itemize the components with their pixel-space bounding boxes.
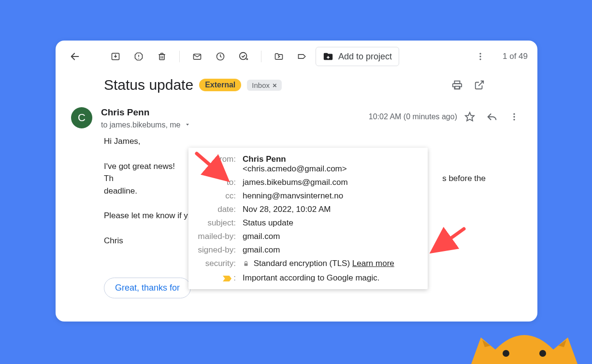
svg-point-35 xyxy=(503,350,509,357)
annotation-arrow xyxy=(191,148,239,191)
svg-line-34 xyxy=(435,229,464,250)
message-more-icon[interactable] xyxy=(505,107,524,126)
report-spam-icon[interactable] xyxy=(129,47,148,66)
popup-security: Standard encryption (TLS) xyxy=(254,259,352,268)
email-card: Add to project 1 of 49 Status update Ext… xyxy=(56,41,537,322)
svg-point-36 xyxy=(539,350,546,357)
svg-point-17 xyxy=(479,53,481,55)
star-icon[interactable] xyxy=(460,107,479,126)
print-icon[interactable] xyxy=(448,75,467,95)
subject-row: Status update External Inbox × xyxy=(56,72,537,98)
svg-rect-28 xyxy=(245,263,248,266)
show-details-toggle[interactable] xyxy=(184,120,191,130)
timestamp: 10:02 AM (0 minutes ago) xyxy=(369,112,457,121)
back-icon[interactable] xyxy=(65,47,85,66)
delete-icon[interactable] xyxy=(152,47,172,66)
inbox-chip-remove[interactable]: × xyxy=(273,81,277,89)
more-icon[interactable] xyxy=(471,47,490,66)
recipients-line: to james.bikebums, me xyxy=(101,120,360,130)
subject-text: Status update xyxy=(104,77,193,93)
popup-to: james.bikebums@gmail.com xyxy=(243,178,421,187)
inbox-chip[interactable]: Inbox × xyxy=(247,80,281,91)
inbox-chip-label: Inbox xyxy=(252,81,270,89)
svg-line-32 xyxy=(197,154,225,178)
recipients-text: to james.bikebums, me xyxy=(101,121,181,129)
svg-marker-23 xyxy=(186,124,189,126)
move-to-icon[interactable] xyxy=(269,47,289,66)
body-line: Hi James, xyxy=(104,135,489,148)
svg-point-18 xyxy=(479,56,481,57)
avatar[interactable]: C xyxy=(71,107,92,128)
snooze-icon[interactable] xyxy=(211,47,230,66)
popup-important: Important according to Google magic. xyxy=(243,273,421,283)
annotation-arrow xyxy=(425,223,474,262)
svg-point-5 xyxy=(138,58,139,59)
open-new-window-icon[interactable] xyxy=(470,75,489,95)
popup-cc: henning@manvsinternet.no xyxy=(243,191,421,201)
lock-icon xyxy=(243,260,249,269)
svg-point-12 xyxy=(240,53,247,60)
add-to-project-label: Add to project xyxy=(338,52,392,62)
popup-label-cc: cc: xyxy=(195,191,236,201)
popup-from-email: <chris.acmedo@gmail.com> xyxy=(243,164,347,173)
popup-label-date: date: xyxy=(195,205,236,214)
cat-mascot xyxy=(462,311,587,364)
divider xyxy=(261,51,261,62)
add-task-icon[interactable] xyxy=(234,47,253,66)
svg-point-25 xyxy=(513,113,515,115)
svg-marker-24 xyxy=(465,112,474,121)
page-counter: 1 of 49 xyxy=(503,52,528,61)
learn-more-link[interactable]: Learn more xyxy=(352,259,394,268)
popup-subject: Status update xyxy=(243,218,421,228)
reply-icon[interactable] xyxy=(482,107,502,126)
popup-label-signedby: signed-by: xyxy=(195,245,236,255)
popup-date: Nov 28, 2022, 10:02 AM xyxy=(243,205,421,214)
add-to-project-button[interactable]: Add to project xyxy=(316,47,399,66)
archive-icon[interactable] xyxy=(106,47,125,66)
svg-point-27 xyxy=(513,119,515,120)
popup-label-security: security: xyxy=(195,259,236,268)
labels-icon[interactable] xyxy=(292,47,312,66)
mark-unread-icon[interactable] xyxy=(188,47,207,66)
external-chip: External xyxy=(199,79,241,91)
sender-block: C Chris Penn to james.bikebums, me 10:02… xyxy=(56,98,537,130)
sender-name: Chris Penn xyxy=(101,107,360,118)
popup-signedby: gmail.com xyxy=(243,245,421,255)
svg-rect-21 xyxy=(455,86,459,89)
svg-line-22 xyxy=(478,81,483,86)
svg-rect-6 xyxy=(159,55,164,60)
svg-point-19 xyxy=(479,58,481,60)
popup-label-subject: subject: xyxy=(195,218,236,228)
popup-from-name: Chris Penn xyxy=(243,154,286,164)
popup-label-mailedby: mailed-by: xyxy=(195,232,236,241)
divider xyxy=(179,51,180,62)
toolbar: Add to project 1 of 49 xyxy=(56,41,537,72)
popup-mailedby: gmail.com xyxy=(243,232,421,241)
smart-reply-chip[interactable]: Great, thanks for xyxy=(104,278,191,298)
svg-point-26 xyxy=(513,116,515,117)
important-icon xyxy=(223,275,231,284)
